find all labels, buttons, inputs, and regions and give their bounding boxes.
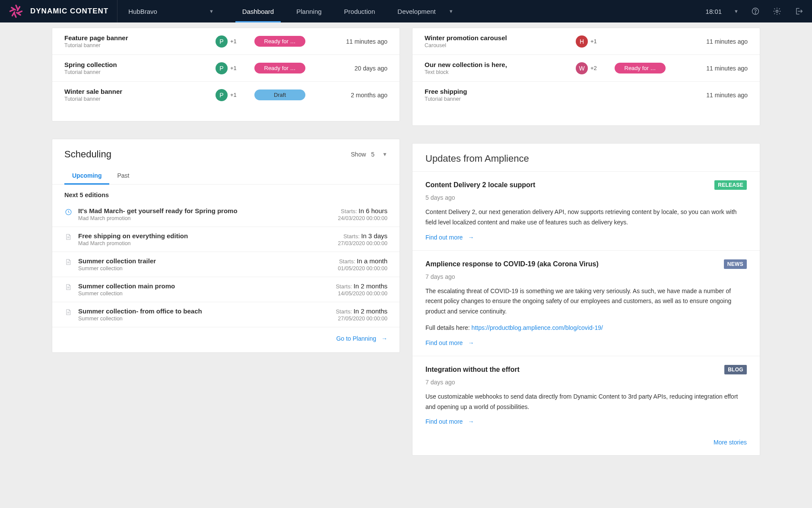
edition-row[interactable]: It's Mad March- get yourself ready for S… xyxy=(52,202,400,227)
tab-upcoming[interactable]: Upcoming xyxy=(64,167,109,184)
help-icon[interactable] xyxy=(751,6,760,16)
content-list: Winter promotion carouselCarouselH+111 m… xyxy=(412,28,760,108)
arrow-right-icon: → xyxy=(468,234,474,241)
update-inline-link[interactable]: https://productblog.amplience.com/blog/c… xyxy=(472,324,603,331)
content-subtitle: Tutorial banner xyxy=(64,42,216,48)
nav-item-production[interactable]: Production xyxy=(333,0,387,22)
nav-label: Production xyxy=(344,8,375,15)
update-body: Content Delivery 2, our next generation … xyxy=(425,207,747,228)
time-ago: 20 days ago xyxy=(355,65,387,72)
recent-content-card-right: Winter promotion carouselCarouselH+111 m… xyxy=(412,28,760,126)
edition-title: It's Mad March- get yourself ready for S… xyxy=(78,207,332,214)
status-col: Ready for … xyxy=(254,36,308,47)
edition-row[interactable]: Summer collection trailerSummer collecti… xyxy=(52,252,400,277)
assignees: P+1 xyxy=(216,35,254,48)
edition-subtitle: Summer collection xyxy=(78,291,330,297)
content-title: Free shipping xyxy=(425,88,576,95)
starts-relative: In 2 months xyxy=(354,307,387,315)
starts-relative: In 6 hours xyxy=(358,207,387,214)
content-meta: Our new collection is here,Text block xyxy=(425,61,576,75)
starts-label: Starts: xyxy=(341,208,358,214)
update-extra-line: Full details here: https://productblog.a… xyxy=(425,323,747,333)
starts-datetime: 14/05/2020 00:00:00 xyxy=(336,291,387,297)
clock-icon xyxy=(64,208,72,216)
edition-row[interactable]: Free shipping on everything editionMad M… xyxy=(52,227,400,252)
update-body: Use customizable webhooks to send data d… xyxy=(425,392,747,412)
time-ago: 11 minutes ago xyxy=(706,65,748,72)
time-ago: 11 minutes ago xyxy=(706,38,748,45)
status-badge: Ready for … xyxy=(615,63,666,73)
content-row[interactable]: Winter promotion carouselCarouselH+111 m… xyxy=(412,28,760,54)
find-out-more-link[interactable]: Find out more→ xyxy=(425,339,474,346)
topbar: DYNAMIC CONTENT HubBravo ▼ DashboardPlan… xyxy=(0,0,812,22)
hub-name: HubBravo xyxy=(128,8,157,15)
updates-list: Content Delivery 2 locale supportRELEASE… xyxy=(412,172,760,435)
scheduling-tabs: UpcomingPast xyxy=(52,167,400,185)
topbar-right: 18:01 ▼ xyxy=(706,6,803,16)
content-title: Spring collection xyxy=(64,61,216,68)
content-title: Winter promotion carousel xyxy=(425,34,576,42)
update-item: Amplience response to COVID-19 (aka Coro… xyxy=(412,251,760,356)
updates-title: Updates from Amplience xyxy=(425,153,747,164)
updates-footer: More stories xyxy=(412,435,760,455)
status-col: Ready for … xyxy=(254,63,308,73)
nav-item-development[interactable]: Development▼ xyxy=(386,0,464,22)
update-age: 7 days ago xyxy=(425,273,747,280)
assignees: P+1 xyxy=(216,62,254,74)
update-item: Content Delivery 2 locale supportRELEASE… xyxy=(412,172,760,251)
time-ago: 11 minutes ago xyxy=(346,38,387,45)
logout-icon[interactable] xyxy=(794,6,803,16)
scheduling-card: Scheduling Show 5 ▼ UpcomingPast Next 5 … xyxy=(52,139,400,353)
edition-subtitle: Mad March promotion xyxy=(78,215,332,221)
content-title: Winter sale banner xyxy=(64,88,216,95)
nav-label: Development xyxy=(397,8,435,15)
edition-row[interactable]: Summer collection main promoSummer colle… xyxy=(52,277,400,302)
edition-timing: Starts: In a month01/05/2020 00:00:00 xyxy=(338,257,387,272)
link-label: Find out more xyxy=(425,339,463,346)
edition-main: It's Mad March- get yourself ready for S… xyxy=(78,207,332,221)
hub-selector[interactable]: HubBravo ▼ xyxy=(117,0,231,22)
content-title: Feature page banner xyxy=(64,34,216,42)
clock[interactable]: 18:01 ▼ xyxy=(706,8,739,15)
content-meta: Winter promotion carouselCarousel xyxy=(425,34,576,48)
content-list: Feature page bannerTutorial bannerP+1Rea… xyxy=(52,28,400,108)
content-subtitle: Text block xyxy=(425,69,576,75)
content-row[interactable]: Winter sale bannerTutorial bannerP+1Draf… xyxy=(52,81,400,108)
assignees: W+2 xyxy=(576,62,615,74)
status-badge: Ready for … xyxy=(254,63,305,73)
nav-item-dashboard[interactable]: Dashboard xyxy=(231,0,285,22)
assignee-count: +1 xyxy=(230,65,237,71)
assignees: H+1 xyxy=(576,35,615,48)
avatar: P xyxy=(216,35,228,48)
nav-label: Planning xyxy=(296,8,321,15)
content-meta: Feature page bannerTutorial banner xyxy=(64,34,216,48)
edition-row[interactable]: Summer collection- from office to beachS… xyxy=(52,302,400,327)
brand: DYNAMIC CONTENT xyxy=(9,4,117,19)
more-stories-link[interactable]: More stories xyxy=(714,439,747,446)
go-to-planning-link[interactable]: Go to Planning → xyxy=(336,335,387,342)
starts-datetime: 27/05/2020 00:00:00 xyxy=(336,316,387,322)
show-value: 5 xyxy=(371,151,374,158)
show-count-dropdown[interactable]: 5 ▼ xyxy=(371,151,387,158)
arrow-right-icon: → xyxy=(381,335,387,342)
content-row[interactable]: Spring collectionTutorial bannerP+1Ready… xyxy=(52,54,400,81)
content-row[interactable]: Feature page bannerTutorial bannerP+1Rea… xyxy=(52,28,400,54)
content-row[interactable]: Our new collection is here,Text blockW+2… xyxy=(412,54,760,81)
edition-title: Summer collection- from office to beach xyxy=(78,307,330,315)
edition-main: Free shipping on everything editionMad M… xyxy=(78,232,332,246)
document-icon xyxy=(64,233,72,241)
update-age: 7 days ago xyxy=(425,379,747,386)
edition-title: Summer collection trailer xyxy=(78,257,332,265)
left-column: Feature page bannerTutorial bannerP+1Rea… xyxy=(52,28,400,456)
nav-item-planning[interactable]: Planning xyxy=(285,0,333,22)
scheduling-footer: Go to Planning → xyxy=(52,327,400,352)
status-col: Draft xyxy=(254,89,308,100)
gear-icon[interactable] xyxy=(772,6,782,16)
find-out-more-link[interactable]: Find out more→ xyxy=(425,418,474,425)
content-meta: Spring collectionTutorial banner xyxy=(64,61,216,75)
starts-label: Starts: xyxy=(339,258,357,265)
content-row[interactable]: Free shippingTutorial banner11 minutes a… xyxy=(412,81,760,108)
starts-label: Starts: xyxy=(343,233,361,240)
find-out-more-link[interactable]: Find out more→ xyxy=(425,234,474,241)
tab-past[interactable]: Past xyxy=(109,167,137,184)
